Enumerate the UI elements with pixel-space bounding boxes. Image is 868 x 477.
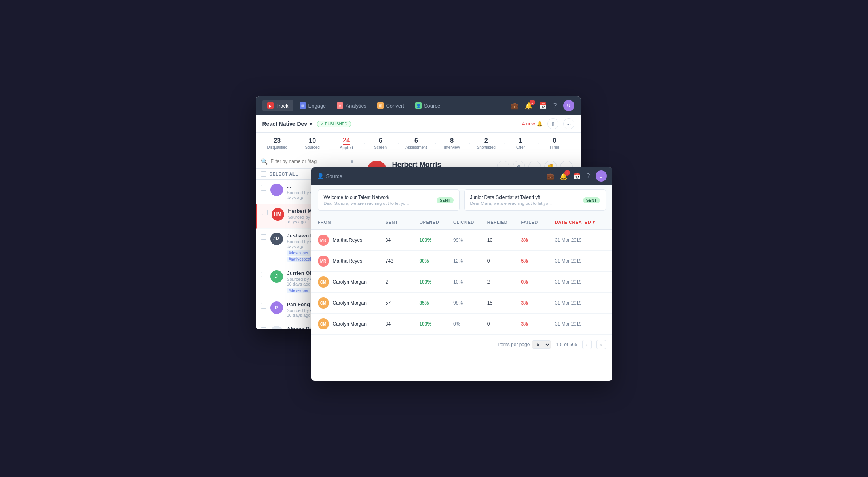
failed-cell: 3% (521, 321, 555, 327)
pipeline-stage-offer[interactable]: 1Offer (507, 133, 534, 153)
filter-icon[interactable]: ≡ (350, 158, 353, 165)
source-icon-nav: 👤 (317, 173, 324, 179)
from-avatar: CM (318, 318, 329, 329)
replied-cell: 0 (487, 321, 521, 327)
nav-item-analytics[interactable]: ◈ Analytics (332, 100, 371, 111)
pipeline-stage-screen[interactable]: 6Screen (367, 133, 394, 153)
table-row[interactable]: CMCarolyn Morgan2100%10%20%31 Mar 2019 (311, 272, 612, 293)
from-cell: CMCarolyn Morgan (318, 318, 386, 329)
opened-cell: 100% (419, 279, 453, 285)
select-all-checkbox[interactable] (261, 171, 266, 177)
pipeline-stage-disqualified[interactable]: 23Disqualified (262, 133, 292, 153)
th-from: From (318, 220, 386, 225)
campaign-2-badge: SENT (583, 197, 600, 203)
sent-cell: 2 (386, 279, 420, 285)
nav-item-source[interactable]: 👤 Source (410, 100, 445, 111)
candidate-tag: #developer (287, 250, 310, 256)
more-options-button[interactable]: ··· (563, 118, 574, 129)
sent-cell: 34 (386, 321, 420, 327)
opened-cell: 100% (419, 237, 453, 243)
candidate-checkbox[interactable] (262, 210, 268, 215)
published-badge: ✓ PUBLISHED (317, 121, 351, 127)
candidate-checkbox[interactable] (261, 272, 266, 277)
source-user-avatar[interactable]: U (596, 170, 607, 182)
nav-item-convert[interactable]: ⊞ Convert (372, 100, 409, 111)
table-row[interactable]: MRMartha Reyes34100%99%103%31 Mar 2019 (311, 230, 612, 251)
analytics-icon: ◈ (337, 102, 343, 109)
pipeline-stages: 23Disqualified→10Sourced→24Applied→6Scre… (256, 133, 581, 154)
campaign-1-badge: SENT (437, 197, 454, 203)
clicked-cell: 99% (453, 237, 487, 243)
job-title-dropdown[interactable]: React Native Dev ▾ (262, 121, 313, 127)
pipeline-stage-applied[interactable]: 24Applied (332, 133, 360, 154)
pipeline-stage-hired[interactable]: 0Hired (541, 133, 568, 153)
campaign-card-2[interactable]: Junior Data Scientist at TalentLyft Dear… (464, 189, 606, 211)
nav-label-analytics: Analytics (346, 103, 366, 109)
top-navigation: ▶ Track ✉ Engage ◈ Analytics ⊞ Convert 👤… (256, 96, 581, 115)
briefcase-icon[interactable]: 💼 (511, 102, 519, 110)
th-date-created[interactable]: Date created ▾ (555, 220, 606, 225)
sent-cell: 34 (386, 237, 420, 243)
source-icon: 👤 (415, 102, 422, 109)
from-name: Carolyn Morgan (333, 279, 367, 285)
candidate-checkbox[interactable] (261, 185, 266, 191)
dropdown-arrow-icon: ▾ (310, 121, 312, 127)
opened-cell: 90% (419, 258, 453, 264)
nav-label-track: Track (276, 103, 289, 109)
pipeline-arrow-icon: → (327, 141, 332, 146)
pipeline-stage-shortlisted[interactable]: 2Shortlisted (472, 133, 500, 153)
from-cell: MRMartha Reyes (318, 235, 386, 246)
pipeline-arrow-icon: → (501, 141, 506, 146)
pipeline-arrow-icon: → (361, 141, 366, 146)
campaigns-list: Welcome to our Talent Network Dear Sandr… (311, 185, 612, 216)
from-avatar: MR (318, 235, 329, 246)
source-help-icon[interactable]: ? (587, 172, 590, 180)
replied-cell: 0 (487, 258, 521, 264)
table-row[interactable]: CMCarolyn Morgan34100%0%03%31 Mar 2019 (311, 314, 612, 335)
notifications-icon[interactable]: 🔔 1 (525, 102, 533, 110)
date-cell: 31 Mar 2019 (555, 300, 606, 306)
user-avatar[interactable]: U (563, 100, 574, 111)
date-cell: 31 Mar 2019 (555, 321, 606, 327)
help-icon[interactable]: ? (553, 102, 557, 109)
source-nav-icon: 👤 Source (317, 173, 342, 179)
pipeline-stage-interview[interactable]: 8Interview (438, 133, 466, 153)
source-notifications-icon[interactable]: 🔔 1 (560, 172, 568, 180)
source-calendar-icon[interactable]: 📅 (573, 172, 581, 180)
clicked-cell: 98% (453, 300, 487, 306)
candidate-avatar: AP (270, 326, 283, 329)
per-page-select[interactable]: 6 10 20 (532, 340, 551, 349)
campaign-card-1[interactable]: Welcome to our Talent Network Dear Sandr… (318, 189, 460, 211)
source-window: 👤 Source 💼 🔔 1 📅 ? U Welcome to our Tale… (311, 167, 612, 381)
date-cell: 31 Mar 2019 (555, 258, 606, 264)
next-page-button[interactable]: › (596, 340, 606, 349)
table-row[interactable]: MRMartha Reyes74390%12%05%31 Mar 2019 (311, 251, 612, 272)
from-name: Carolyn Morgan (333, 321, 367, 327)
candidate-checkbox[interactable] (261, 234, 266, 240)
from-name: Carolyn Morgan (333, 300, 367, 306)
nav-item-track[interactable]: ▶ Track (262, 100, 293, 111)
pipeline-stage-assessment[interactable]: 6Assessment (401, 133, 431, 153)
calendar-icon[interactable]: 📅 (539, 102, 547, 110)
th-clicked: Clicked (453, 220, 487, 225)
prev-page-button[interactable]: ‹ (582, 340, 592, 349)
candidate-avatar: J (270, 270, 283, 283)
failed-cell: 5% (521, 258, 555, 264)
campaign-2-info: Junior Data Scientist at TalentLyft Dear… (470, 195, 579, 206)
nav-label-convert: Convert (386, 103, 404, 109)
candidate-checkbox[interactable] (261, 303, 266, 309)
share-button[interactable]: ⇧ (547, 118, 558, 129)
th-replied: Replied (487, 220, 521, 225)
candidate-tag: #developer (287, 288, 310, 293)
source-briefcase-icon[interactable]: 💼 (546, 172, 554, 180)
nav-label-engage: Engage (308, 103, 326, 109)
page-info: 1-5 of 665 (556, 342, 577, 347)
pipeline-stage-sourced[interactable]: 10Sourced (298, 133, 326, 153)
search-input[interactable] (271, 159, 348, 164)
track-icon: ▶ (267, 102, 274, 109)
candidate-checkbox[interactable] (261, 327, 266, 329)
table-row[interactable]: CMCarolyn Morgan5785%98%153%31 Mar 2019 (311, 293, 612, 314)
engage-icon: ✉ (300, 102, 306, 109)
bell-icon: 🔔 (537, 121, 543, 127)
nav-item-engage[interactable]: ✉ Engage (295, 100, 331, 111)
